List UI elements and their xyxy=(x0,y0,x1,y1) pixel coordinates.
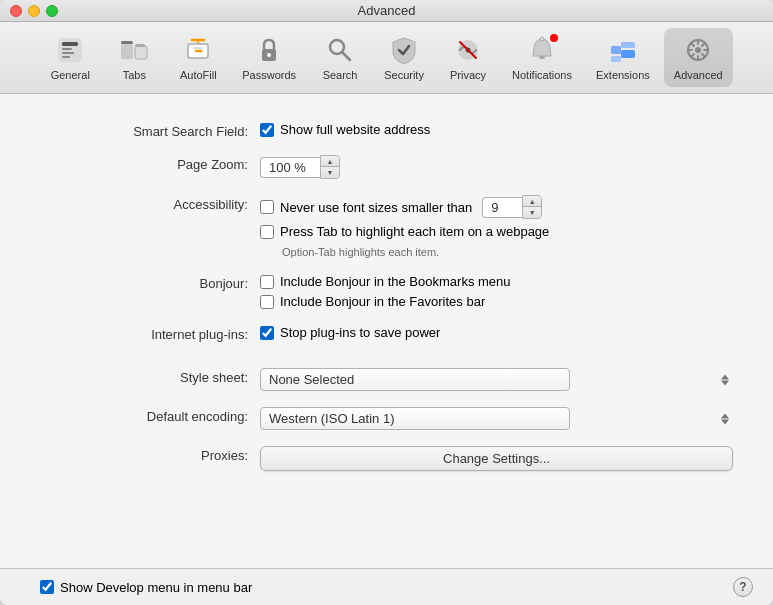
style-sheet-row: Style sheet: None Selected xyxy=(40,360,733,399)
style-sheet-select[interactable]: None Selected xyxy=(260,368,570,391)
maximize-button[interactable] xyxy=(46,5,58,17)
style-sheet-content: None Selected xyxy=(260,368,733,391)
svg-line-29 xyxy=(691,43,694,46)
toolbar: General Tabs xyxy=(0,22,773,94)
svg-point-11 xyxy=(267,53,271,57)
toolbar-item-passwords[interactable]: Passwords xyxy=(232,28,306,87)
bonjour-bookmarks-checkbox[interactable] xyxy=(260,275,274,289)
fontsize-stepper-arrows: ▲ ▼ xyxy=(522,195,542,219)
notifications-label: Notifications xyxy=(512,69,572,81)
accessibility-fontsize-row: Never use font sizes smaller than ▲ ▼ xyxy=(260,195,733,219)
general-label: General xyxy=(51,69,90,81)
smart-search-label: Smart Search Field: xyxy=(40,122,260,139)
bonjour-favorites-label: Include Bonjour in the Favorites bar xyxy=(280,294,485,309)
smart-search-content: Show full website address xyxy=(260,122,733,137)
accessibility-content: Never use font sizes smaller than ▲ ▼ Pr… xyxy=(260,195,733,258)
tabs-icon xyxy=(118,34,150,66)
svg-rect-21 xyxy=(621,50,635,58)
bonjour-favorites-checkbox[interactable] xyxy=(260,295,274,309)
default-encoding-dropdown-arrow xyxy=(721,413,729,424)
svg-rect-3 xyxy=(62,52,74,54)
bonjour-bookmarks-label: Include Bonjour in the Bookmarks menu xyxy=(280,274,511,289)
advanced-label: Advanced xyxy=(674,69,723,81)
zoom-decrease-button[interactable]: ▼ xyxy=(321,167,339,178)
bonjour-bookmarks-row: Include Bonjour in the Bookmarks menu xyxy=(260,274,733,289)
page-zoom-row: Page Zoom: ▲ ▼ xyxy=(40,147,733,187)
font-size-input[interactable] xyxy=(482,197,522,218)
internet-plugins-row: Internet plug-ins: Stop plug-ins to save… xyxy=(40,317,733,350)
default-encoding-row: Default encoding: Western (ISO Latin 1) xyxy=(40,399,733,438)
bonjour-favorites-row: Include Bonjour in the Favorites bar xyxy=(260,294,733,309)
toolbar-item-privacy[interactable]: Privacy xyxy=(438,28,498,87)
default-encoding-select[interactable]: Western (ISO Latin 1) xyxy=(260,407,570,430)
passwords-label: Passwords xyxy=(242,69,296,81)
page-zoom-label: Page Zoom: xyxy=(40,155,260,172)
smart-search-row: Smart Search Field: Show full website ad… xyxy=(40,114,733,147)
accessibility-label: Accessibility: xyxy=(40,195,260,212)
internet-plugins-checkbox[interactable] xyxy=(260,326,274,340)
notification-badge xyxy=(550,34,558,42)
svg-rect-1 xyxy=(62,42,78,46)
window-title: Advanced xyxy=(358,3,416,18)
search-label: Search xyxy=(323,69,358,81)
accessibility-tab-row: Press Tab to highlight each item on a we… xyxy=(260,224,733,239)
toolbar-item-notifications[interactable]: Notifications xyxy=(502,28,582,87)
toolbar-item-autofill[interactable]: AutoFill xyxy=(168,28,228,87)
page-zoom-stepper: ▲ ▼ xyxy=(260,155,733,179)
page-zoom-input[interactable] xyxy=(260,157,320,178)
toolbar-item-extensions[interactable]: Extensions xyxy=(586,28,660,87)
zoom-stepper-arrows: ▲ ▼ xyxy=(320,155,340,179)
bonjour-label: Bonjour: xyxy=(40,274,260,291)
accessibility-tab-checkbox[interactable] xyxy=(260,225,274,239)
show-develop-label: Show Develop menu in menu bar xyxy=(60,580,252,595)
help-button[interactable]: ? xyxy=(733,577,753,597)
accessibility-fontsize-label: Never use font sizes smaller than xyxy=(280,200,472,215)
svg-line-13 xyxy=(342,52,350,60)
svg-point-18 xyxy=(540,37,544,41)
default-encoding-label: Default encoding: xyxy=(40,407,260,424)
svg-line-32 xyxy=(691,54,694,57)
search-icon xyxy=(324,34,356,66)
change-settings-button[interactable]: Change Settings... xyxy=(260,446,733,471)
autofill-icon xyxy=(182,34,214,66)
accessibility-tab-label: Press Tab to highlight each item on a we… xyxy=(280,224,549,239)
svg-point-24 xyxy=(695,47,701,53)
bonjour-content: Include Bonjour in the Bookmarks menu In… xyxy=(260,274,733,309)
encoding-arrow-down-icon xyxy=(721,419,729,424)
encoding-arrow-up-icon xyxy=(721,413,729,418)
svg-line-31 xyxy=(702,43,705,46)
separator xyxy=(40,350,733,360)
toolbar-item-general[interactable]: General xyxy=(40,28,100,87)
fontsize-decrease-button[interactable]: ▼ xyxy=(523,207,541,218)
toolbar-item-security[interactable]: Security xyxy=(374,28,434,87)
minimize-button[interactable] xyxy=(28,5,40,17)
svg-rect-4 xyxy=(62,56,70,58)
toolbar-item-advanced[interactable]: Advanced xyxy=(664,28,733,87)
proxies-content: Change Settings... xyxy=(260,446,733,471)
accessibility-fontsize-checkbox[interactable] xyxy=(260,200,274,214)
svg-line-30 xyxy=(702,54,705,57)
svg-rect-7 xyxy=(135,46,147,59)
default-encoding-content: Western (ISO Latin 1) xyxy=(260,407,733,430)
font-size-stepper: ▲ ▼ xyxy=(482,195,542,219)
internet-plugins-checkbox-row: Stop plug-ins to save power xyxy=(260,325,733,340)
default-encoding-dropdown-wrapper: Western (ISO Latin 1) xyxy=(260,407,733,430)
proxies-row: Proxies: Change Settings... xyxy=(40,438,733,479)
privacy-label: Privacy xyxy=(450,69,486,81)
toolbar-item-tabs[interactable]: Tabs xyxy=(104,28,164,87)
security-label: Security xyxy=(384,69,424,81)
show-develop-row: Show Develop menu in menu bar xyxy=(40,580,252,595)
svg-rect-5 xyxy=(121,43,133,59)
traffic-lights xyxy=(10,5,58,17)
zoom-increase-button[interactable]: ▲ xyxy=(321,156,339,167)
smart-search-checkbox-row: Show full website address xyxy=(260,122,733,137)
close-button[interactable] xyxy=(10,5,22,17)
fontsize-increase-button[interactable]: ▲ xyxy=(523,196,541,207)
style-sheet-dropdown-wrapper: None Selected xyxy=(260,368,733,391)
show-develop-checkbox[interactable] xyxy=(40,580,54,594)
toolbar-item-search[interactable]: Search xyxy=(310,28,370,87)
extensions-label: Extensions xyxy=(596,69,650,81)
smart-search-checkbox[interactable] xyxy=(260,123,274,137)
notifications-icon xyxy=(526,34,558,66)
svg-rect-2 xyxy=(62,48,72,50)
